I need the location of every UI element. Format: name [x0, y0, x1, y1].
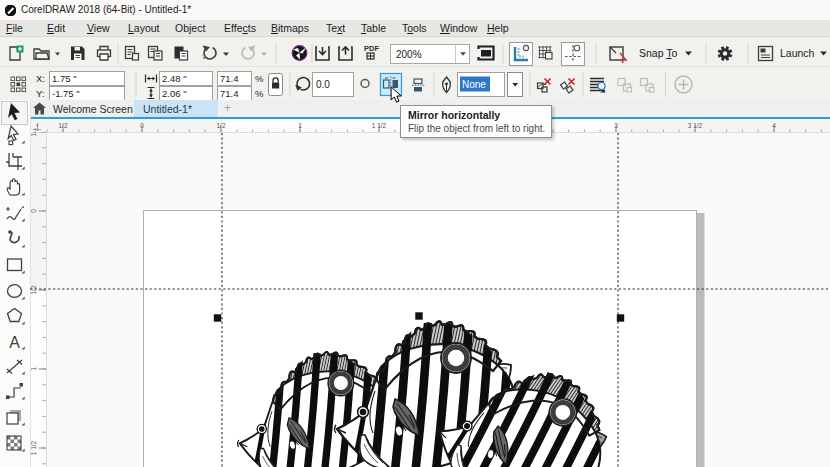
- svg-text:2.48 ": 2.48 ": [162, 73, 187, 84]
- svg-text:Launch: Launch: [780, 47, 815, 59]
- svg-text:0.0: 0.0: [316, 79, 330, 90]
- svg-text:PDF: PDF: [364, 44, 379, 53]
- svg-text:-1.75 ": -1.75 ": [52, 88, 80, 99]
- svg-text:1.75 ": 1.75 ": [52, 73, 77, 84]
- svg-text:0: 0: [140, 122, 144, 129]
- svg-text:3: 3: [614, 122, 618, 129]
- svg-text:Snap To: Snap To: [639, 47, 678, 59]
- svg-text:71.4: 71.4: [220, 73, 239, 84]
- svg-text:1 1/2: 1 1/2: [372, 122, 387, 129]
- svg-text:200%: 200%: [396, 49, 422, 60]
- svg-text:%: %: [255, 73, 264, 84]
- svg-text:None: None: [462, 79, 486, 90]
- svg-text:X:: X:: [36, 73, 45, 84]
- svg-text:3 1/2: 3 1/2: [688, 122, 703, 129]
- svg-text:%: %: [255, 88, 264, 99]
- svg-text:1: 1: [298, 122, 302, 129]
- svg-text:A: A: [9, 334, 20, 351]
- svg-text:Y:: Y:: [36, 88, 44, 99]
- svg-text:2.06 ": 2.06 ": [162, 88, 187, 99]
- svg-text:1/2: 1/2: [216, 122, 225, 129]
- svg-text:71.4: 71.4: [220, 88, 239, 99]
- svg-text:4: 4: [772, 122, 776, 129]
- svg-text:1/2: 1/2: [58, 122, 67, 129]
